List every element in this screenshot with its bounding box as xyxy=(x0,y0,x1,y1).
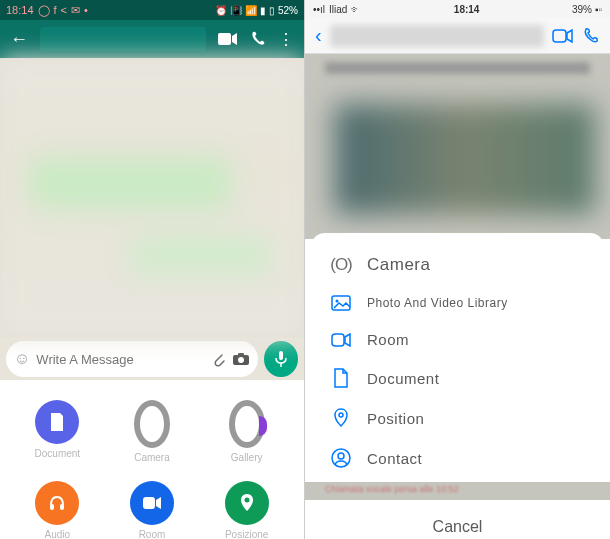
attach-audio[interactable]: Audio xyxy=(22,481,92,539)
svg-rect-6 xyxy=(50,504,54,510)
ios-chat-header: ‹ xyxy=(305,18,610,54)
svg-rect-8 xyxy=(143,497,155,509)
battery-percent: 52% xyxy=(278,5,298,16)
emoji-icon[interactable]: ☺ xyxy=(14,350,30,368)
svg-point-17 xyxy=(338,453,344,459)
sheet-camera[interactable]: (O) Camera xyxy=(311,245,604,285)
chat-area xyxy=(0,58,304,338)
dot-icon: • xyxy=(84,4,88,16)
message-input-bar: ☺ xyxy=(0,338,304,380)
back-arrow-icon[interactable]: ← xyxy=(10,29,28,50)
camera-icon[interactable] xyxy=(232,352,250,366)
contact-name-blurred[interactable] xyxy=(40,27,206,51)
signal-icon: ▮ xyxy=(260,5,266,16)
sheet-document[interactable]: Document xyxy=(311,358,604,398)
attach-gallery[interactable]: Gallery xyxy=(212,400,282,463)
sheet-position[interactable]: Position xyxy=(311,398,604,438)
svg-rect-3 xyxy=(238,353,244,356)
attachment-action-sheet: (O) Camera Photo And Video Library Room … xyxy=(311,233,604,482)
contact-icon xyxy=(329,448,353,468)
document-icon xyxy=(329,368,353,388)
wifi-icon: ᯤ xyxy=(351,4,361,15)
svg-rect-4 xyxy=(279,351,283,360)
android-status-bar: 18:14 ◯ f < ✉ • ⏰ 📳 📶 ▮ ▯ 52% xyxy=(0,0,304,20)
sheet-photo-library[interactable]: Photo And Video Library xyxy=(311,285,604,321)
cancel-button[interactable]: Cancel xyxy=(313,506,602,539)
voice-call-icon[interactable] xyxy=(582,27,600,45)
back-chevron-icon[interactable]: ‹ xyxy=(315,24,322,47)
carrier-name: Iliad xyxy=(329,4,347,15)
signal-bars-icon: ••ıl xyxy=(313,4,325,15)
mail-icon: ✉ xyxy=(71,4,80,17)
message-input-pill: ☺ xyxy=(6,341,258,377)
camera-placeholder-icon xyxy=(134,400,170,448)
svg-rect-0 xyxy=(218,33,231,45)
svg-point-2 xyxy=(238,357,244,363)
photo-icon xyxy=(329,295,353,311)
ios-screenshot: ••ıl Iliad ᯤ 18:14 39% ▪▫ ‹ (O) Camera xyxy=(305,0,610,539)
message-input[interactable] xyxy=(36,352,204,367)
svg-point-13 xyxy=(336,300,339,303)
location-pin-icon xyxy=(329,408,353,428)
location-pin-icon xyxy=(240,493,254,513)
battery-percent: 39% xyxy=(572,4,592,15)
attach-room[interactable]: Room xyxy=(117,481,187,539)
sheet-contact[interactable]: Contact xyxy=(311,438,604,478)
camera-icon: (O) xyxy=(329,255,353,275)
share-icon: < xyxy=(61,4,67,16)
video-call-icon[interactable] xyxy=(218,32,238,46)
alarm-icon: ⏰ xyxy=(215,5,227,16)
room-icon xyxy=(142,496,162,510)
more-menu-icon[interactable]: ⋮ xyxy=(278,30,294,49)
video-call-icon[interactable] xyxy=(552,29,574,43)
vodafone-icon: ◯ xyxy=(38,4,50,17)
attach-camera[interactable]: Camera xyxy=(117,400,187,463)
room-icon xyxy=(329,333,353,347)
battery-icon: ▪▫ xyxy=(595,4,602,15)
contact-name-blurred[interactable] xyxy=(330,25,544,47)
hidden-text-blurred: Chiamata vocale persa alle 10:52 xyxy=(325,484,590,494)
document-icon xyxy=(48,412,66,432)
svg-point-15 xyxy=(339,413,343,417)
vibrate-icon: 📳 xyxy=(230,5,242,16)
attachment-icon[interactable] xyxy=(210,351,226,367)
facebook-icon: f xyxy=(54,4,57,16)
svg-point-9 xyxy=(244,498,249,503)
android-chat-header: ← ⋮ xyxy=(0,20,304,58)
status-time: 18:14 xyxy=(454,4,480,15)
svg-rect-11 xyxy=(553,30,566,42)
svg-rect-14 xyxy=(332,334,344,346)
chat-messages-blurred xyxy=(0,58,304,338)
svg-rect-7 xyxy=(60,504,64,510)
headphones-icon xyxy=(47,493,67,513)
attach-document[interactable]: Document xyxy=(22,400,92,463)
chat-text-blurred xyxy=(325,62,590,74)
sheet-room[interactable]: Room xyxy=(311,321,604,358)
gallery-placeholder-icon xyxy=(229,400,265,448)
attachment-panel: Document Camera Gallery Audio xyxy=(0,380,304,539)
wifi-icon: 📶 xyxy=(245,5,257,16)
mic-button[interactable] xyxy=(264,341,298,377)
status-time: 18:14 xyxy=(6,4,34,16)
attach-location[interactable]: Posizione xyxy=(212,481,282,539)
chat-area xyxy=(305,54,610,239)
android-screenshot: 18:14 ◯ f < ✉ • ⏰ 📳 📶 ▮ ▯ 52% ← ⋮ ☺ xyxy=(0,0,305,539)
voice-call-icon[interactable] xyxy=(250,31,266,47)
battery-icon: ▯ xyxy=(269,5,275,16)
chat-media-blurred xyxy=(335,104,595,214)
ios-status-bar: ••ıl Iliad ᯤ 18:14 39% ▪▫ xyxy=(305,0,610,18)
